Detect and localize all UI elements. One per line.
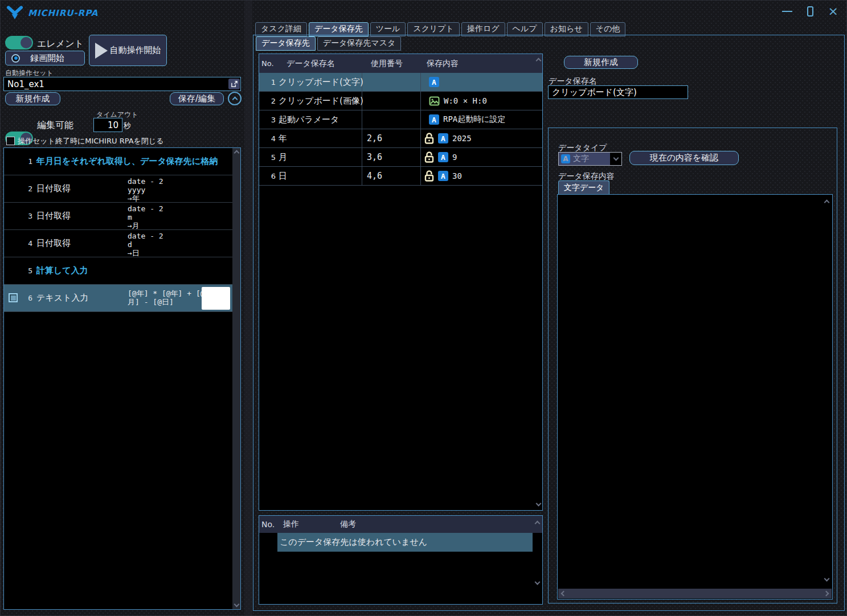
detail-name-input[interactable] — [548, 85, 688, 99]
tab-text-data[interactable]: 文字データ — [558, 180, 609, 194]
scroll-right-icon[interactable] — [824, 591, 829, 597]
step-thumbnail — [202, 287, 230, 310]
step-list: 1 年月日をそれぞれ取得し、データ保存先に格納 2 日付取得 date - 2y… — [3, 147, 241, 610]
col-note: 備考 — [340, 519, 356, 529]
restore-icon[interactable] — [807, 6, 813, 17]
usage-scroll-down-icon[interactable] — [535, 580, 541, 585]
data-type-select[interactable]: A 文字 — [558, 152, 622, 166]
sub-tab-bar: データ保存先 データ保存先マスタ — [256, 36, 401, 51]
step-row-6[interactable]: 6 テキスト入力 [@年] * [@年] + [@月] - [@日] — [4, 285, 240, 312]
step-checkbox[interactable] — [9, 293, 18, 302]
step-list-scrollbar[interactable] — [232, 148, 240, 609]
text-data-label: 文字データ — [564, 183, 604, 193]
content-hscrollbar[interactable] — [558, 589, 832, 598]
col-name: データ保存名 — [285, 59, 371, 69]
content-scroll-up-icon[interactable] — [824, 200, 830, 206]
auto-start-button[interactable]: 自動操作開始 — [89, 35, 167, 66]
external-link-icon — [231, 80, 238, 88]
data-row-1[interactable]: 1 クリップボード(文字) A — [259, 73, 542, 92]
save-edit-label: 保存/編集 — [178, 93, 215, 104]
data-row-5[interactable]: 5 月 3,6 A9 — [259, 148, 542, 167]
data-row-3[interactable]: 3 起動パラメータ ARPA起動時に設定 — [259, 110, 542, 129]
scroll-left-icon[interactable] — [561, 591, 567, 597]
step-detail: date - 2d→日 — [128, 232, 163, 257]
timeout-input[interactable] — [93, 118, 122, 132]
table-scroll-down-icon[interactable] — [536, 501, 542, 507]
element-toggle-label: エレメント — [37, 38, 84, 50]
subtab-data-store[interactable]: データ保存先 — [256, 36, 316, 51]
auto-set-input[interactable] — [3, 77, 241, 91]
sidebar-divider — [244, 1, 252, 616]
step-title: 日付取得 — [36, 238, 71, 249]
usage-empty-row: このデータ保存先は使われていません — [277, 533, 533, 552]
step-number: 1 — [4, 157, 32, 166]
subtab-data-store-master[interactable]: データ保存先マスタ — [317, 36, 402, 51]
col-no: No. — [259, 59, 285, 68]
data-type-value: 文字 — [573, 154, 589, 164]
save-edit-button[interactable]: 保存/編集 — [170, 92, 224, 105]
step-title: 年月日をそれぞれ取得し、データ保存先に格納 — [36, 156, 218, 167]
scroll-up-icon[interactable] — [234, 150, 239, 156]
main-panel: データ保存先 データ保存先マスタ No. データ保存名 使用番号 保存内容 1 … — [253, 35, 845, 611]
step-title: 計算して入力 — [36, 265, 88, 276]
step-number: 4 — [4, 239, 32, 248]
detail-new-label: 新規作成 — [584, 57, 618, 68]
image-icon — [429, 96, 440, 106]
text-icon: A — [429, 77, 439, 87]
check-content-label: 現在の内容を確認 — [650, 153, 719, 163]
col-content: 保存内容 — [421, 59, 542, 69]
text-icon: A — [561, 154, 570, 163]
step-number: 5 — [4, 266, 32, 275]
text-icon: A — [429, 114, 439, 125]
sidebar: エレメント 自動操作開始 録画開始 自動操作セット 新規作成 保存/編集 タイム… — [1, 1, 244, 616]
content-scroll-down-icon[interactable] — [824, 576, 830, 582]
unlock-icon — [424, 133, 434, 144]
detail-new-button[interactable]: 新規作成 — [564, 56, 638, 69]
detail-section: データタイプ A 文字 現在の内容を確認 データ保存内容 文字データ — [548, 128, 837, 603]
data-table-header: No. データ保存名 使用番号 保存内容 — [259, 54, 542, 73]
usage-table: No. 操作 備考 このデータ保存先は使われていません — [259, 515, 543, 605]
chevron-down-icon — [610, 158, 621, 160]
close-on-finish-checkbox[interactable] — [6, 137, 15, 145]
play-icon — [95, 43, 108, 59]
open-set-button[interactable] — [228, 79, 240, 89]
data-row-4[interactable]: 4 年 2,6 A2025 — [259, 129, 542, 148]
step-row-5[interactable]: 5 計算して入力 — [4, 257, 240, 285]
check-content-button[interactable]: 現在の内容を確認 — [629, 151, 739, 165]
scroll-down-icon[interactable] — [234, 602, 239, 607]
col-no: No. — [259, 520, 283, 529]
step-row-2[interactable]: 2 日付取得 date - 2yyyy→年 — [4, 175, 240, 203]
col-operation: 操作 — [283, 519, 340, 529]
step-title: 日付取得 — [36, 183, 71, 194]
minimize-icon[interactable] — [782, 11, 792, 12]
element-toggle-knob — [21, 37, 32, 48]
data-row-2[interactable]: 2 クリップボード(画像) W:0 × H:0 — [259, 92, 542, 110]
unlock-icon — [424, 151, 434, 163]
collapse-button[interactable] — [228, 92, 242, 105]
step-title: 日付取得 — [36, 211, 71, 221]
step-number: 2 — [4, 184, 32, 193]
data-type-selected: A 文字 — [559, 153, 610, 165]
data-row-6[interactable]: 6 日 4,6 A30 — [259, 167, 542, 186]
record-button[interactable]: 録画開始 — [5, 51, 85, 65]
element-toggle[interactable] — [5, 36, 33, 50]
step-row-1[interactable]: 1 年月日をそれぞれ取得し、データ保存先に格納 — [4, 148, 240, 175]
sidebar-new-button[interactable]: 新規作成 — [5, 92, 60, 105]
chevron-up-icon — [232, 97, 238, 102]
content-textarea[interactable] — [557, 194, 833, 599]
step-detail: date - 2yyyy→年 — [128, 177, 163, 203]
step-detail: [@年] * [@年] + [@月] - [@日] — [128, 289, 205, 306]
text-icon: A — [438, 152, 448, 162]
timeout-unit: 秒 — [124, 121, 131, 131]
close-icon[interactable]: × — [828, 6, 838, 17]
usage-empty-message: このデータ保存先は使われていません — [280, 537, 427, 548]
sidebar-new-label: 新規作成 — [16, 93, 50, 104]
step-detail: date - 2m→月 — [128, 204, 163, 230]
step-row-3[interactable]: 3 日付取得 date - 2m→月 — [4, 203, 240, 230]
step-number: 3 — [4, 212, 32, 220]
record-label: 録画開始 — [30, 53, 64, 64]
michiru-rpa-window: MICHIRU-RPA × エレメント 自動操作開始 録画開始 自動操作セット … — [0, 0, 847, 616]
step-row-4[interactable]: 4 日付取得 date - 2d→日 — [4, 230, 240, 257]
col-usage: 使用番号 — [371, 59, 421, 69]
text-icon: A — [438, 171, 448, 181]
